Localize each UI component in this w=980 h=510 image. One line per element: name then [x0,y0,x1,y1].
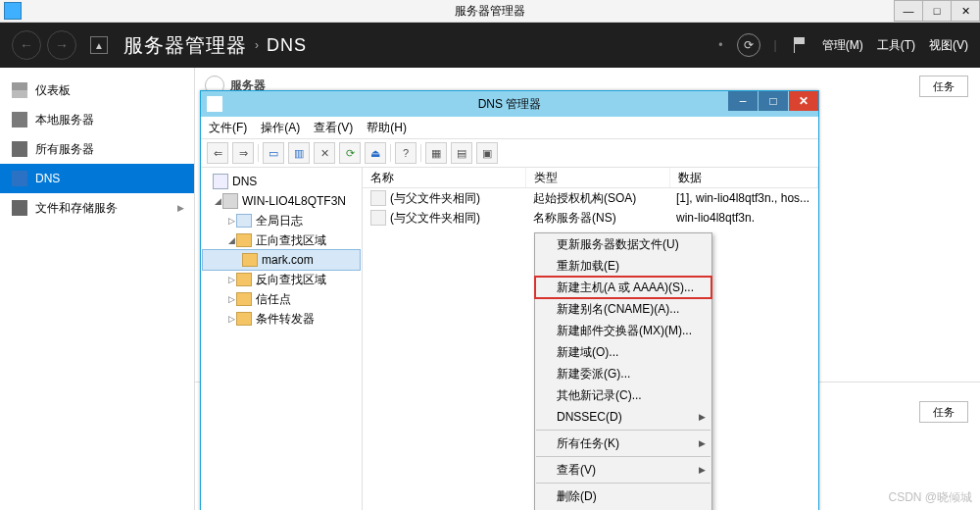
tb-help-icon[interactable]: ? [395,142,416,164]
list-row[interactable]: (与父文件夹相同) 名称服务器(NS) win-lio4l8qtf3n. [363,208,818,228]
tasks-dropdown-2[interactable]: 任务 [919,401,968,423]
ctx-separator [536,430,710,431]
sidebar-item-all[interactable]: 所有服务器 [0,134,194,164]
tree-label: mark.com [262,253,314,267]
tb-delete-icon[interactable]: ✕ [314,142,335,164]
ctx-label: 新建邮件交换器(MX)(M)... [557,323,692,339]
col-data[interactable]: 数据 [670,168,818,187]
menu-tools[interactable]: 工具(T) [877,37,915,54]
tree-zone-mark[interactable]: mark.com [203,250,360,270]
ctx-delete[interactable]: 删除(D) [535,485,711,507]
sidebar-label: DNS [35,172,60,185]
menu-view[interactable]: 视图(V) [929,37,968,54]
ctx-label: 所有任务(K) [557,435,619,452]
menu-view[interactable]: 查看(V) [314,120,353,136]
outer-window-title: 服务器管理器 [455,3,525,20]
list-row[interactable]: (与父文件夹相同) 起始授权机构(SOA) [1], win-lio4l8qtf… [363,188,818,208]
ctx-new-domain[interactable]: 新建域(O)... [535,341,711,363]
up-button[interactable]: ▲ [90,36,108,54]
menu-file[interactable]: 文件(F) [209,120,247,136]
ctx-label: 其他新记录(C)... [557,387,642,404]
ctx-update-server-data[interactable]: 更新服务器数据文件(U) [535,233,711,255]
minimize-button[interactable]: — [894,0,923,22]
tb-filter-icon[interactable]: ▦ [425,142,447,164]
tb-sep [390,144,391,162]
record-icon [370,190,386,206]
close-button[interactable]: ✕ [951,0,980,22]
cell: 起始授权机构(SOA) [525,190,668,207]
col-type[interactable]: 类型 [526,168,670,187]
ctx-new-host[interactable]: 新建主机(A 或 AAAA)(S)... [535,277,711,298]
tasks-dropdown-1[interactable]: 任务 [919,76,968,97]
tree-global-log[interactable]: ▷全局日志 [203,211,360,230]
folder-icon [236,312,252,326]
maximize-button[interactable]: □ [922,0,952,22]
tree-reverse-zones[interactable]: ▷反向查找区域 [203,270,360,289]
dns-manager-window: DNS 管理器 – □ ✕ 文件(F) 操作(A) 查看(V) 帮助(H) ⇐ … [200,90,819,510]
tree-label: 正向查找区域 [256,232,326,249]
sidebar-label: 所有服务器 [35,141,94,158]
list-header: 名称 类型 数据 [363,168,818,188]
watermark: CSDN @晓倾城 [888,489,972,506]
flag-icon[interactable] [791,36,808,54]
sidebar-item-dns[interactable]: DNS [0,164,194,193]
menu-action[interactable]: 操作(A) [261,120,300,136]
server-manager-header: ← → ▲ 服务器管理器 › DNS • ⟳ | 管理(M) 工具(T) 视图(… [0,23,980,68]
breadcrumb-current: DNS [267,35,307,56]
zone-icon [242,253,258,267]
folder-icon [236,233,252,247]
refresh-separator: • [718,38,722,52]
col-name[interactable]: 名称 [363,168,526,187]
tb-refresh-icon[interactable]: ⟳ [339,142,361,164]
tb-fwd-icon[interactable]: ⇒ [232,142,254,164]
servers-icon [12,141,27,157]
tb-export-icon[interactable]: ⏏ [365,142,386,164]
tree-root[interactable]: DNS [203,172,360,191]
ctx-new-mx[interactable]: 新建邮件交换器(MX)(M)... [535,320,711,341]
tree-conditional[interactable]: ▷条件转发器 [203,309,360,329]
server-node-icon [222,193,238,209]
outer-window-titlebar: 服务器管理器 — □ ✕ [0,0,980,23]
ctx-all-tasks[interactable]: 所有任务(K) [535,433,711,454]
ctx-label: 新建主机(A 或 AAAA)(S)... [557,280,694,296]
refresh-icon[interactable]: ⟳ [737,33,760,57]
dns-tree[interactable]: DNS ◢WIN-LIO4L8QTF3N ▷全局日志 ◢正向查找区域 mark.… [201,168,363,510]
tb-back-icon[interactable]: ⇐ [207,142,228,164]
ctx-label: 查看(V) [557,462,596,479]
tree-trust[interactable]: ▷信任点 [203,289,360,309]
dns-titlebar[interactable]: DNS 管理器 – □ ✕ [201,91,818,117]
menu-manage[interactable]: 管理(M) [822,37,863,54]
tree-label: 反向查找区域 [256,272,326,288]
ctx-label: 更新服务器数据文件(U) [557,236,679,253]
menu-help[interactable]: 帮助(H) [367,120,407,136]
ctx-reload[interactable]: 重新加载(E) [535,255,711,277]
sidebar-item-storage[interactable]: 文件和存储服务▶ [0,193,194,223]
sidebar-item-local[interactable]: 本地服务器 [0,105,194,134]
sidebar-label: 本地服务器 [35,112,94,128]
tree-forward-zones[interactable]: ◢正向查找区域 [203,230,360,250]
forward-button[interactable]: → [47,30,76,60]
ctx-other-new[interactable]: 其他新记录(C)... [535,384,711,406]
dns-minimize-button[interactable]: – [728,91,758,111]
tb-pane-icon[interactable]: ▥ [288,142,310,164]
tb-up-icon[interactable]: ▭ [263,142,284,164]
ctx-separator [536,456,710,457]
dns-close-button[interactable]: ✕ [789,91,818,111]
tree-host[interactable]: ◢WIN-LIO4L8QTF3N [203,191,360,211]
ctx-new-cname[interactable]: 新建别名(CNAME)(A)... [535,298,711,320]
breadcrumb-sep: › [255,38,259,52]
dns-maximize-button[interactable]: □ [759,91,788,111]
back-button[interactable]: ← [12,30,41,60]
folder-icon [236,214,252,228]
ctx-new-delegation[interactable]: 新建委派(G)... [535,363,711,384]
sidebar: 仪表板 本地服务器 所有服务器 DNS 文件和存储服务▶ [0,68,195,510]
ctx-view[interactable]: 查看(V) [535,459,711,481]
dns-menubar: 文件(F) 操作(A) 查看(V) 帮助(H) [201,117,818,139]
tb-play-icon[interactable]: ▣ [476,142,498,164]
sidebar-item-dashboard[interactable]: 仪表板 [0,76,194,105]
tb-stop-icon[interactable]: ▤ [451,142,472,164]
ctx-dnssec[interactable]: DNSSEC(D) [535,406,711,428]
cell: 名称服务器(NS) [525,210,668,227]
app-icon [4,2,22,20]
chevron-right-icon: ▶ [177,203,184,213]
